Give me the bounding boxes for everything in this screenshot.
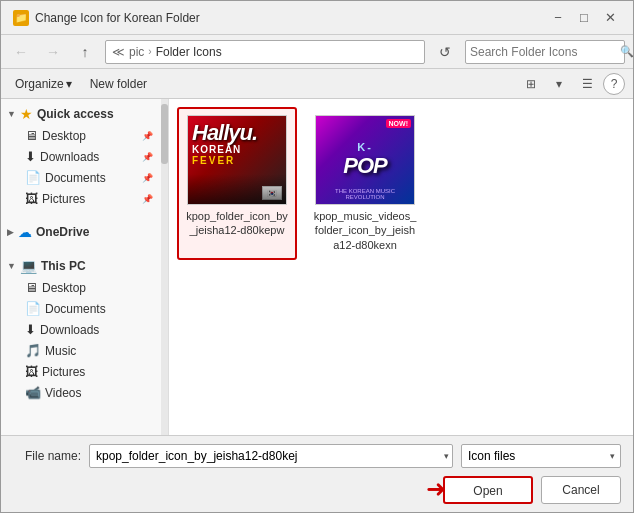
sidebar-item-videos-pc[interactable]: 📹 Videos [1,382,161,403]
breadcrumb-sep: › [148,46,151,57]
pin-icon-4: 📌 [142,194,153,204]
file-label-0: kpop_folder_icon_by_jeisha12-d80kepw [185,209,289,238]
sidebar-scrollbar-thumb [161,104,168,164]
onedrive-section: ▶ ☁ OneDrive [1,221,161,243]
file-type-select[interactable]: Icon files [461,444,621,468]
toolbar-right: ⊞ ▾ ☰ ? [519,72,625,96]
sidebar-item-pictures-pc[interactable]: 🖼 Pictures [1,361,161,382]
sidebar-item-pictures-quick[interactable]: 🖼 Pictures 📌 [1,188,161,209]
search-input[interactable] [470,45,620,59]
sidebar-item-music-pc[interactable]: 🎵 Music [1,340,161,361]
search-bar: 🔍 [465,40,625,64]
sidebar-divider-1 [1,213,161,221]
help-button[interactable]: ? [603,73,625,95]
kpop-text-container: K- POP [343,141,386,179]
file-thumbnail-0: Hallyu. KOREAN FEVER 🇰🇷 [187,115,287,205]
sidebar-item-documents-quick[interactable]: 📄 Documents 📌 [1,167,161,188]
cancel-button-label: Cancel [562,483,599,497]
sidebar-item-downloads-pc-label: Downloads [40,323,153,337]
quick-access-section: ▼ ★ Quick access 🖥 Desktop 📌 ⬇ Downloads… [1,103,161,209]
sidebar-item-label-pictures: Pictures [42,192,138,206]
pictures-icon: 🖼 [25,191,38,206]
file-grid: Hallyu. KOREAN FEVER 🇰🇷 kpop_folder_icon… [169,99,633,435]
sidebar-item-downloads-pc[interactable]: ⬇ Downloads [1,319,161,340]
sidebar-item-downloads-quick[interactable]: ⬇ Downloads 📌 [1,146,161,167]
quick-access-icon: ★ [20,106,33,122]
file-thumbnail-1: NOW! K- POP THE KOREAN MUSIC REVOLUTION [315,115,415,205]
file-name-input-wrap: ▾ [89,444,453,468]
this-pc-header[interactable]: ▼ 💻 This PC [1,255,161,277]
pin-icon-2: 📌 [142,152,153,162]
refresh-button[interactable]: ↺ [433,40,457,64]
onedrive-arrow: ▶ [7,227,14,237]
file-item-1[interactable]: NOW! K- POP THE KOREAN MUSIC REVOLUTION … [305,107,425,260]
hallyuu-main-text: Hallyu. [192,122,257,144]
navigation-toolbar: ← → ↑ ≪ pic › Folder Icons ↺ 🔍 [1,35,633,69]
kpop-subtitle: THE KOREAN MUSIC REVOLUTION [316,188,414,200]
content-area: Hallyu. KOREAN FEVER 🇰🇷 kpop_folder_icon… [169,99,633,435]
forward-button[interactable]: → [41,40,65,64]
sidebar-item-music-pc-label: Music [45,344,153,358]
onedrive-label: OneDrive [36,225,89,239]
organize-button[interactable]: Organize ▾ [9,75,78,93]
file-name-label: File name: [13,449,81,463]
sidebar-item-desktop-pc-label: Desktop [42,281,153,295]
pin-icon-3: 📌 [142,173,153,183]
window-icon: 📁 [13,10,29,26]
sidebar-item-desktop-quick[interactable]: 🖥 Desktop 📌 [1,125,161,146]
sidebar-item-desktop-pc[interactable]: 🖥 Desktop [1,277,161,298]
file-label-1: kpop_music_videos_folder_icon_by_jeisha1… [313,209,417,252]
onedrive-header[interactable]: ▶ ☁ OneDrive [1,221,161,243]
file-name-row: File name: ▾ Icon files ▾ [13,444,621,468]
documents-icon: 📄 [25,170,41,185]
this-pc-label: This PC [41,259,86,273]
back-button[interactable]: ← [9,40,33,64]
hallyuu-thumbnail: Hallyu. KOREAN FEVER 🇰🇷 [188,116,286,204]
desktop-icon: 🖥 [25,128,38,143]
file-item-0[interactable]: Hallyu. KOREAN FEVER 🇰🇷 kpop_folder_icon… [177,107,297,260]
breadcrumb-parent: ≪ [112,45,125,59]
kpop-thumbnail: NOW! K- POP THE KOREAN MUSIC REVOLUTION [316,116,414,204]
main-area: ▼ ★ Quick access 🖥 Desktop 📌 ⬇ Downloads… [1,99,633,435]
kpop-now-badge: NOW! [386,119,411,128]
bottom-bar: File name: ▾ Icon files ▾ ➜ Open Cancel [1,435,633,512]
view-button[interactable]: ⊞ [519,72,543,96]
sidebar-item-label-desktop: Desktop [42,129,138,143]
hallyuu-text-container: Hallyu. KOREAN FEVER [192,122,282,166]
up-button[interactable]: ↑ [73,40,97,64]
cancel-button[interactable]: Cancel [541,476,621,504]
sidebar-item-label-documents: Documents [45,171,138,185]
this-pc-section: ▼ 💻 This PC 🖥 Desktop 📄 Documents ⬇ [1,255,161,403]
desktop-pc-icon: 🖥 [25,280,38,295]
this-pc-arrow: ▼ [7,261,16,271]
hallyuu-korean-text: KOREAN [192,144,241,155]
dialog-window: 📁 Change Icon for Korean Folder − □ ✕ ← … [0,0,634,513]
sidebar-scrollbar[interactable] [161,99,168,435]
file-type-select-wrap: Icon files ▾ [461,444,621,468]
quick-access-header[interactable]: ▼ ★ Quick access [1,103,161,125]
kpop-k-text: K- [357,141,373,153]
onedrive-icon: ☁ [18,224,32,240]
minimize-button[interactable]: − [547,7,569,29]
new-folder-button[interactable]: New folder [82,75,155,93]
sidebar-item-pictures-pc-label: Pictures [42,365,153,379]
kpop-main-text: POP [343,153,386,179]
quick-access-arrow: ▼ [7,109,16,119]
maximize-button[interactable]: □ [573,7,595,29]
pin-icon: 📌 [142,131,153,141]
sidebar-item-documents-pc[interactable]: 📄 Documents [1,298,161,319]
organize-dropdown-icon: ▾ [66,77,72,91]
search-icon: 🔍 [620,45,634,58]
details-button[interactable]: ☰ [575,72,599,96]
file-name-input[interactable] [89,444,453,468]
arrow-indicator: ➜ [426,475,446,503]
title-controls: − □ ✕ [547,7,621,29]
pictures-pc-icon: 🖼 [25,364,38,379]
downloads-icon: ⬇ [25,149,36,164]
breadcrumb-pic: pic [129,45,144,59]
close-button[interactable]: ✕ [599,7,621,29]
open-button[interactable]: Open [443,476,533,504]
breadcrumb-bar[interactable]: ≪ pic › Folder Icons [105,40,425,64]
view-dropdown-button[interactable]: ▾ [547,72,571,96]
videos-pc-icon: 📹 [25,385,41,400]
